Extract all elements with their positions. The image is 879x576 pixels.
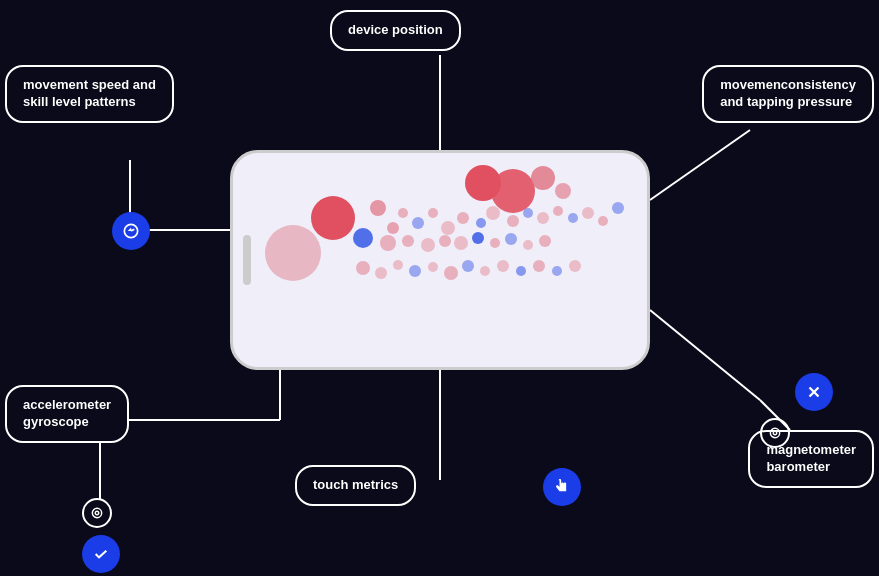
svg-line-7 [650, 130, 750, 200]
magnetometer-target-icon [760, 418, 790, 448]
accelerometer-bottom-icon [82, 498, 112, 528]
touch-metrics-label: touch metrics [295, 465, 416, 506]
svg-line-16 [131, 229, 134, 231]
device-position-text: device position [348, 22, 443, 37]
touch-metrics-icon [543, 468, 581, 506]
movement-speed-text: movement speed and skill level patterns [23, 77, 156, 109]
svg-point-27 [770, 428, 779, 437]
device-position-label: device position [330, 10, 461, 51]
accelerometer-label: accelerometer gyroscope [5, 385, 129, 443]
phone-mockup [230, 150, 650, 370]
svg-point-28 [773, 431, 777, 435]
movement-speed-label: movement speed and skill level patterns [5, 65, 174, 123]
movem-consistency-text: movemenconsistency and tapping pressure [720, 77, 856, 109]
touch-metrics-text: touch metrics [313, 477, 398, 492]
movem-consistency-label: movemenconsistency and tapping pressure [702, 65, 874, 123]
svg-point-24 [95, 511, 99, 515]
magnetometer-x-icon [795, 373, 833, 411]
svg-point-23 [92, 508, 101, 517]
accelerometer-check-icon [82, 535, 120, 573]
accelerometer-text: accelerometer gyroscope [23, 397, 111, 429]
movement-speed-icon [112, 212, 150, 250]
svg-line-8 [650, 310, 760, 400]
